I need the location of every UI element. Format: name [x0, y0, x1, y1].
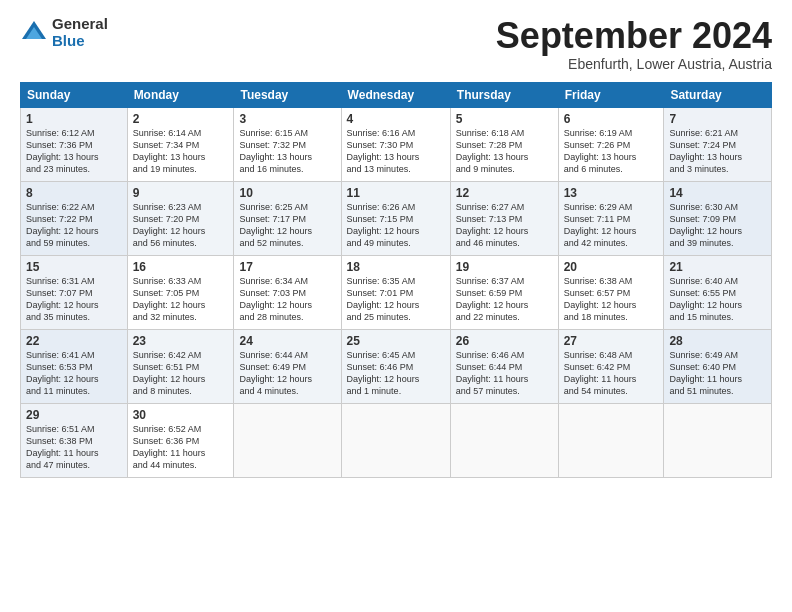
table-row: 4Sunrise: 6:16 AM Sunset: 7:30 PM Daylig…: [341, 107, 450, 181]
day-info: Sunrise: 6:44 AM Sunset: 6:49 PM Dayligh…: [239, 349, 335, 398]
day-info: Sunrise: 6:35 AM Sunset: 7:01 PM Dayligh…: [347, 275, 445, 324]
day-number: 30: [133, 408, 229, 422]
table-row: 19Sunrise: 6:37 AM Sunset: 6:59 PM Dayli…: [450, 255, 558, 329]
header-thursday: Thursday: [450, 82, 558, 107]
header-friday: Friday: [558, 82, 664, 107]
day-number: 2: [133, 112, 229, 126]
day-number: 8: [26, 186, 122, 200]
header-wednesday: Wednesday: [341, 82, 450, 107]
day-number: 11: [347, 186, 445, 200]
day-info: Sunrise: 6:51 AM Sunset: 6:38 PM Dayligh…: [26, 423, 122, 472]
month-title: September 2024: [496, 16, 772, 56]
day-info: Sunrise: 6:45 AM Sunset: 6:46 PM Dayligh…: [347, 349, 445, 398]
table-row: 1Sunrise: 6:12 AM Sunset: 7:36 PM Daylig…: [21, 107, 128, 181]
day-number: 9: [133, 186, 229, 200]
day-info: Sunrise: 6:41 AM Sunset: 6:53 PM Dayligh…: [26, 349, 122, 398]
day-info: Sunrise: 6:18 AM Sunset: 7:28 PM Dayligh…: [456, 127, 553, 176]
calendar-table: Sunday Monday Tuesday Wednesday Thursday…: [20, 82, 772, 478]
table-row: 24Sunrise: 6:44 AM Sunset: 6:49 PM Dayli…: [234, 329, 341, 403]
calendar-row: 15Sunrise: 6:31 AM Sunset: 7:07 PM Dayli…: [21, 255, 772, 329]
day-number: 6: [564, 112, 659, 126]
table-row: 28Sunrise: 6:49 AM Sunset: 6:40 PM Dayli…: [664, 329, 772, 403]
day-number: 24: [239, 334, 335, 348]
day-number: 20: [564, 260, 659, 274]
header-monday: Monday: [127, 82, 234, 107]
day-info: Sunrise: 6:27 AM Sunset: 7:13 PM Dayligh…: [456, 201, 553, 250]
table-row: 5Sunrise: 6:18 AM Sunset: 7:28 PM Daylig…: [450, 107, 558, 181]
table-row: [664, 403, 772, 477]
day-number: 5: [456, 112, 553, 126]
day-info: Sunrise: 6:26 AM Sunset: 7:15 PM Dayligh…: [347, 201, 445, 250]
day-info: Sunrise: 6:31 AM Sunset: 7:07 PM Dayligh…: [26, 275, 122, 324]
table-row: 26Sunrise: 6:46 AM Sunset: 6:44 PM Dayli…: [450, 329, 558, 403]
day-info: Sunrise: 6:40 AM Sunset: 6:55 PM Dayligh…: [669, 275, 766, 324]
day-number: 26: [456, 334, 553, 348]
header: General Blue September 2024 Ebenfurth, L…: [20, 16, 772, 72]
calendar-row: 22Sunrise: 6:41 AM Sunset: 6:53 PM Dayli…: [21, 329, 772, 403]
day-number: 16: [133, 260, 229, 274]
table-row: 29Sunrise: 6:51 AM Sunset: 6:38 PM Dayli…: [21, 403, 128, 477]
day-info: Sunrise: 6:14 AM Sunset: 7:34 PM Dayligh…: [133, 127, 229, 176]
subtitle: Ebenfurth, Lower Austria, Austria: [496, 56, 772, 72]
day-info: Sunrise: 6:16 AM Sunset: 7:30 PM Dayligh…: [347, 127, 445, 176]
logo-icon: [20, 19, 48, 47]
day-number: 4: [347, 112, 445, 126]
header-saturday: Saturday: [664, 82, 772, 107]
table-row: [450, 403, 558, 477]
day-number: 29: [26, 408, 122, 422]
table-row: 18Sunrise: 6:35 AM Sunset: 7:01 PM Dayli…: [341, 255, 450, 329]
table-row: 16Sunrise: 6:33 AM Sunset: 7:05 PM Dayli…: [127, 255, 234, 329]
table-row: 27Sunrise: 6:48 AM Sunset: 6:42 PM Dayli…: [558, 329, 664, 403]
day-number: 27: [564, 334, 659, 348]
day-info: Sunrise: 6:12 AM Sunset: 7:36 PM Dayligh…: [26, 127, 122, 176]
table-row: 22Sunrise: 6:41 AM Sunset: 6:53 PM Dayli…: [21, 329, 128, 403]
table-row: 20Sunrise: 6:38 AM Sunset: 6:57 PM Dayli…: [558, 255, 664, 329]
table-row: 7Sunrise: 6:21 AM Sunset: 7:24 PM Daylig…: [664, 107, 772, 181]
day-info: Sunrise: 6:21 AM Sunset: 7:24 PM Dayligh…: [669, 127, 766, 176]
table-row: 3Sunrise: 6:15 AM Sunset: 7:32 PM Daylig…: [234, 107, 341, 181]
day-number: 1: [26, 112, 122, 126]
day-info: Sunrise: 6:30 AM Sunset: 7:09 PM Dayligh…: [669, 201, 766, 250]
day-number: 28: [669, 334, 766, 348]
table-row: 30Sunrise: 6:52 AM Sunset: 6:36 PM Dayli…: [127, 403, 234, 477]
day-number: 25: [347, 334, 445, 348]
table-row: 25Sunrise: 6:45 AM Sunset: 6:46 PM Dayli…: [341, 329, 450, 403]
day-number: 3: [239, 112, 335, 126]
day-number: 18: [347, 260, 445, 274]
table-row: 10Sunrise: 6:25 AM Sunset: 7:17 PM Dayli…: [234, 181, 341, 255]
logo: General Blue: [20, 16, 108, 49]
day-number: 10: [239, 186, 335, 200]
table-row: 17Sunrise: 6:34 AM Sunset: 7:03 PM Dayli…: [234, 255, 341, 329]
day-info: Sunrise: 6:38 AM Sunset: 6:57 PM Dayligh…: [564, 275, 659, 324]
table-row: 13Sunrise: 6:29 AM Sunset: 7:11 PM Dayli…: [558, 181, 664, 255]
day-number: 21: [669, 260, 766, 274]
header-sunday: Sunday: [21, 82, 128, 107]
table-row: 23Sunrise: 6:42 AM Sunset: 6:51 PM Dayli…: [127, 329, 234, 403]
table-row: 9Sunrise: 6:23 AM Sunset: 7:20 PM Daylig…: [127, 181, 234, 255]
day-number: 22: [26, 334, 122, 348]
day-info: Sunrise: 6:22 AM Sunset: 7:22 PM Dayligh…: [26, 201, 122, 250]
day-info: Sunrise: 6:49 AM Sunset: 6:40 PM Dayligh…: [669, 349, 766, 398]
table-row: 2Sunrise: 6:14 AM Sunset: 7:34 PM Daylig…: [127, 107, 234, 181]
day-info: Sunrise: 6:52 AM Sunset: 6:36 PM Dayligh…: [133, 423, 229, 472]
table-row: 15Sunrise: 6:31 AM Sunset: 7:07 PM Dayli…: [21, 255, 128, 329]
logo-text: General Blue: [52, 16, 108, 49]
table-row: 14Sunrise: 6:30 AM Sunset: 7:09 PM Dayli…: [664, 181, 772, 255]
calendar-row: 8Sunrise: 6:22 AM Sunset: 7:22 PM Daylig…: [21, 181, 772, 255]
day-info: Sunrise: 6:29 AM Sunset: 7:11 PM Dayligh…: [564, 201, 659, 250]
table-row: 8Sunrise: 6:22 AM Sunset: 7:22 PM Daylig…: [21, 181, 128, 255]
day-info: Sunrise: 6:34 AM Sunset: 7:03 PM Dayligh…: [239, 275, 335, 324]
title-section: September 2024 Ebenfurth, Lower Austria,…: [496, 16, 772, 72]
day-number: 19: [456, 260, 553, 274]
day-info: Sunrise: 6:15 AM Sunset: 7:32 PM Dayligh…: [239, 127, 335, 176]
day-number: 14: [669, 186, 766, 200]
day-info: Sunrise: 6:33 AM Sunset: 7:05 PM Dayligh…: [133, 275, 229, 324]
day-info: Sunrise: 6:25 AM Sunset: 7:17 PM Dayligh…: [239, 201, 335, 250]
day-number: 7: [669, 112, 766, 126]
day-info: Sunrise: 6:46 AM Sunset: 6:44 PM Dayligh…: [456, 349, 553, 398]
day-info: Sunrise: 6:23 AM Sunset: 7:20 PM Dayligh…: [133, 201, 229, 250]
logo-blue: Blue: [52, 33, 108, 50]
day-number: 23: [133, 334, 229, 348]
page: General Blue September 2024 Ebenfurth, L…: [0, 0, 792, 612]
day-info: Sunrise: 6:42 AM Sunset: 6:51 PM Dayligh…: [133, 349, 229, 398]
